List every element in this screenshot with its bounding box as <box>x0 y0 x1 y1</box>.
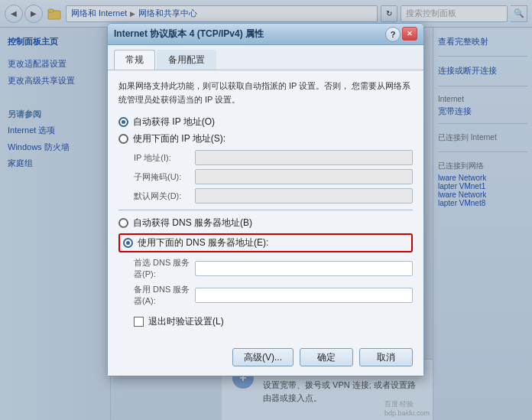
auto-dns-row: 自动获得 DNS 服务器地址(B) <box>118 217 413 230</box>
manual-ip-row: 使用下面的 IP 地址(S): <box>118 132 413 145</box>
dialog-footer: 高级(V)... 确定 取消 <box>108 343 423 376</box>
subnet-label: 子网掩码(U): <box>134 171 195 183</box>
auto-dns-radio[interactable] <box>118 218 128 228</box>
tab-alternate[interactable]: 备用配置 <box>157 50 216 70</box>
ok-button[interactable]: 确定 <box>300 348 353 366</box>
subnet-input[interactable] <box>195 169 413 184</box>
dialog-body: 如果网络支持此功能，则可以获取自动指派的 IP 设置。否则， 您需要从网络系统管… <box>108 70 423 343</box>
window-chrome: ◀ ▶ 网络和 Internet ▶ 网络和共享中心 ↻ 搜索控制面板 🔍 控制… <box>0 0 532 420</box>
tab-general[interactable]: 常规 <box>114 50 155 70</box>
manual-ip-label: 使用下面的 IP 地址(S): <box>133 132 225 145</box>
dialog-tabs: 常规 备用配置 <box>108 45 423 70</box>
alternate-dns-input[interactable] <box>195 288 413 303</box>
subnet-row: 子网掩码(U): <box>118 169 413 184</box>
gateway-input[interactable] <box>195 188 413 203</box>
cancel-button[interactable]: 取消 <box>359 348 413 366</box>
preferred-dns-input[interactable] <box>195 261 413 276</box>
tcp-ip-dialog: Internet 协议版本 4 (TCP/IPv4) 属性 ? ✕ 常规 备用配… <box>107 23 424 376</box>
auto-ip-radio[interactable] <box>118 117 128 127</box>
auto-ip-row: 自动获得 IP 地址(O) <box>118 116 413 129</box>
auto-dns-label: 自动获得 DNS 服务器地址(B) <box>133 217 252 230</box>
manual-dns-label: 使用下面的 DNS 服务器地址(E): <box>138 236 268 249</box>
ip-address-label: IP 地址(I): <box>134 152 195 164</box>
manual-dns-highlighted-row: 使用下面的 DNS 服务器地址(E): <box>118 233 413 252</box>
gateway-row: 默认网关(D): <box>118 188 413 203</box>
auto-ip-label: 自动获得 IP 地址(O) <box>133 116 215 129</box>
alternate-dns-row: 备用 DNS 服务器(A): <box>118 284 413 307</box>
gateway-label: 默认网关(D): <box>134 190 195 202</box>
validate-checkbox-row: 退出时验证设置(L) <box>118 315 413 328</box>
alternate-dns-label: 备用 DNS 服务器(A): <box>134 284 195 307</box>
preferred-dns-label: 首选 DNS 服务器(P): <box>134 257 195 280</box>
preferred-dns-row: 首选 DNS 服务器(P): <box>118 257 413 280</box>
validate-checkbox[interactable] <box>134 317 144 327</box>
manual-dns-radio[interactable] <box>123 238 133 248</box>
dialog-titlebar: Internet 协议版本 4 (TCP/IPv4) 属性 ? ✕ <box>108 24 423 45</box>
ip-address-row: IP 地址(I): <box>118 150 413 165</box>
validate-label: 退出时验证设置(L) <box>148 315 224 328</box>
dns-radio-group: 自动获得 DNS 服务器地址(B) 使用下面的 DNS 服务器地址(E): <box>118 217 413 252</box>
manual-ip-radio[interactable] <box>118 134 128 144</box>
dialog-controls: ? ✕ <box>385 27 417 42</box>
dialog-title: Internet 协议版本 4 (TCP/IPv4) 属性 <box>114 28 264 41</box>
section-divider <box>118 210 413 210</box>
dialog-help-button[interactable]: ? <box>385 27 401 42</box>
advanced-button[interactable]: 高级(V)... <box>232 348 294 366</box>
dialog-close-button[interactable]: ✕ <box>402 27 417 41</box>
dialog-description: 如果网络支持此功能，则可以获取自动指派的 IP 设置。否则， 您需要从网络系统管… <box>118 80 413 106</box>
ip-radio-group: 自动获得 IP 地址(O) 使用下面的 IP 地址(S): <box>118 116 413 145</box>
ip-address-input[interactable] <box>195 150 413 165</box>
